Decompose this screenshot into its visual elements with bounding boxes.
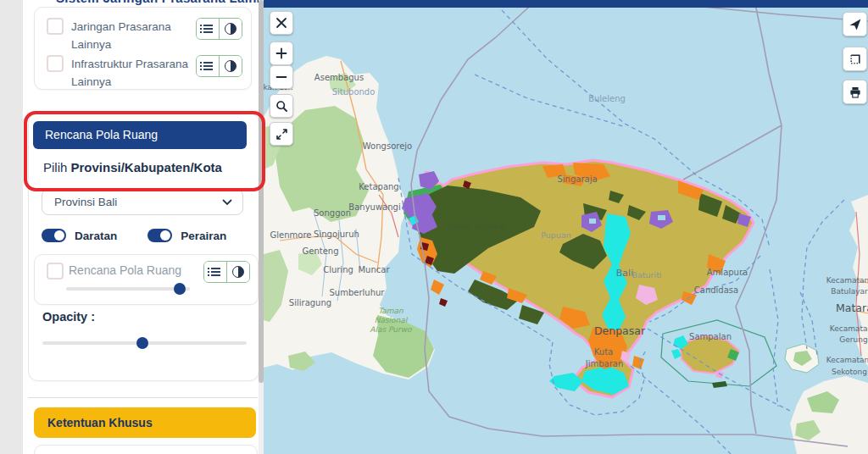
- legend-list-icon[interactable]: [197, 56, 219, 76]
- layer-actions: [196, 18, 242, 40]
- map-label: Hutan Lindung: [448, 222, 504, 230]
- section-header-rencana-pola-ruang: Rencana Pola Ruang: [33, 121, 247, 149]
- map-label: Candidasa: [694, 285, 738, 295]
- rencana-pola-ruang-layer-card: Rencana Pola Ruang: [34, 254, 259, 305]
- fullscreen-button[interactable]: [270, 122, 293, 146]
- zoom-out-button[interactable]: [270, 65, 293, 89]
- opacity-half-circle-icon[interactable]: [219, 56, 242, 76]
- map-label: Bali: [616, 268, 633, 279]
- daratan-perairan-toggles: Daratan Perairan: [42, 229, 248, 242]
- slider-knob[interactable]: [136, 337, 148, 349]
- map-label: Muncar: [358, 265, 390, 274]
- map-label: Kecamatan: [826, 356, 868, 364]
- extent-button[interactable]: [843, 47, 867, 71]
- province-dropdown[interactable]: Provinsi Bali: [42, 189, 243, 215]
- map-label: Denpasar: [594, 324, 646, 337]
- map-canvas[interactable]: AsembagusSitubondoWongsorejoKetapangkan …: [264, 0, 868, 454]
- map-label: Taman: [378, 307, 403, 315]
- chevron-down-icon: [222, 199, 232, 206]
- zoom-out-icon: [275, 71, 287, 83]
- map-label: Cluring: [323, 265, 353, 274]
- fullscreen-icon: [275, 128, 288, 141]
- province-dropdown-value: Provinsi Bali: [54, 196, 117, 208]
- rencana-pola-ruang-checkbox[interactable]: [47, 263, 64, 280]
- map-label: Singojuruh: [314, 230, 359, 239]
- section-header-ketentuan-khusus[interactable]: Ketentuan Khusus: [34, 407, 256, 438]
- lake: [589, 219, 596, 224]
- perairan-toggle[interactable]: [147, 229, 172, 242]
- layer-checkbox[interactable]: [47, 18, 64, 35]
- printer-icon: [849, 86, 862, 99]
- layer-actions: [203, 261, 250, 283]
- map-label: Songgon: [314, 208, 351, 218]
- layer-row-jaringan-prasarana: Jaringan Prasarana Lainnya: [47, 18, 242, 53]
- close-icon: [275, 17, 287, 29]
- map-label: Wongsorejo: [363, 141, 412, 151]
- map-label: Siliragung: [289, 298, 331, 307]
- map-label: Batulayar: [831, 287, 868, 296]
- map-label: Gerung: [839, 335, 867, 344]
- close-button[interactable]: [270, 11, 293, 35]
- layer-label: Jaringan Prasarana Lainnya: [71, 18, 190, 53]
- map-label: Sumberluhur: [330, 288, 386, 297]
- legend-list-icon[interactable]: [197, 19, 219, 39]
- map-label: Buleleng: [588, 94, 626, 103]
- daratan-label: Daratan: [75, 230, 117, 242]
- slider-knob[interactable]: [174, 283, 186, 295]
- map-container: AsembagusSitubondoWongsorejoKetapangkan …: [264, 0, 868, 454]
- search-button[interactable]: [270, 94, 293, 118]
- map-label: Sekotong: [832, 368, 867, 376]
- prasarana-layers-card: Jaringan Prasarana Lainnya Infrastruktur…: [34, 7, 252, 90]
- legend-list-icon[interactable]: [204, 262, 226, 282]
- pilih-provinsi-label: Pilih Provinsi/Kabupaten/Kota: [43, 160, 222, 174]
- perairan-label: Perairan: [181, 230, 226, 242]
- map-top-navy-bar: [264, 0, 868, 8]
- map-label: Ketapang: [359, 182, 398, 191]
- section-divider: [28, 397, 258, 398]
- opacity-half-circle-icon[interactable]: [226, 262, 249, 282]
- layers-sidebar: Sistem Jaringan Prasarana Lainnya Jaring…: [23, 0, 264, 454]
- map-label: Jimbaran: [585, 359, 624, 368]
- layer-row-infrastruktur: Infrastruktur Prasarana Lainnya: [47, 55, 242, 91]
- map-label: Glenmore: [270, 230, 312, 240]
- map-label: Mataram: [836, 302, 868, 314]
- zoom-in-icon: [275, 47, 287, 59]
- ketentuan-khusus-card: [34, 445, 258, 454]
- map-label: Pupuan: [541, 230, 570, 240]
- layer-label: Infrastruktur Prasarana Lainnya: [71, 55, 190, 91]
- map-label: Baturiti: [632, 270, 662, 280]
- map-extent-icon: [849, 53, 862, 66]
- map-label: Genteng: [303, 246, 339, 256]
- locate-button[interactable]: [843, 12, 867, 36]
- locate-arrow-icon: [849, 18, 862, 31]
- daratan-toggle[interactable]: [42, 229, 66, 242]
- map-label: Singaraja: [557, 174, 597, 184]
- map-label: Nasional: [375, 316, 409, 324]
- layer-checkbox[interactable]: [47, 55, 64, 72]
- rencana-pola-ruang-layer-label: Rencana Pola Ruang: [69, 263, 181, 277]
- search-icon: [275, 100, 288, 113]
- opacity-half-circle-icon[interactable]: [219, 19, 242, 39]
- map-label: Kecamatan: [826, 276, 868, 285]
- map-label: Alas Purwo: [370, 325, 412, 334]
- map-label: Asembagus: [314, 73, 364, 82]
- map-label: Situbondo: [332, 87, 376, 97]
- map-label: Sampalan: [689, 332, 732, 341]
- print-button[interactable]: [843, 80, 867, 104]
- lake: [658, 215, 665, 220]
- layer-actions: [196, 55, 242, 77]
- map-label: Banyuwangi: [348, 202, 400, 212]
- zoom-in-button[interactable]: [270, 42, 293, 65]
- map-label: Amlapura: [707, 268, 748, 277]
- opacity-label: Opacity :: [42, 310, 95, 324]
- clipped-section-title: Sistem Jaringan Prasarana Lainnya: [56, 0, 266, 7]
- map-label: Kuta: [594, 347, 613, 357]
- global-opacity-slider[interactable]: [42, 337, 247, 349]
- layer-opacity-slider[interactable]: [66, 283, 190, 295]
- map-label: Kecamatan: [830, 324, 868, 333]
